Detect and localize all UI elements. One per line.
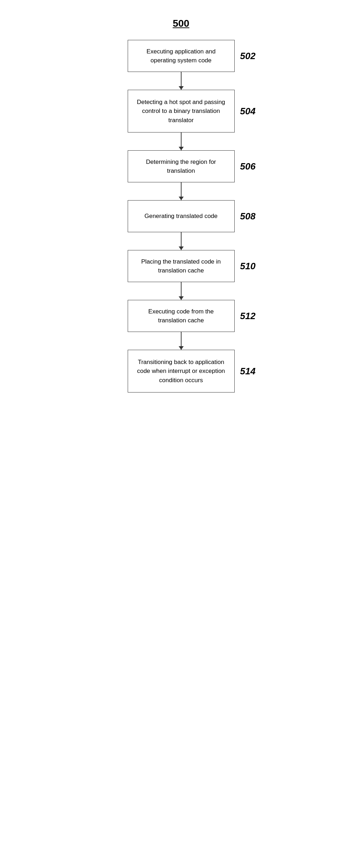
step-label-504: 504 xyxy=(240,104,255,118)
step-label-506: 506 xyxy=(240,160,255,173)
step-label-514: 514 xyxy=(240,364,255,378)
arrow-4 xyxy=(181,232,182,250)
flowchart-container: 500 Executing application and operating … xyxy=(92,7,270,393)
step-row-506: Determining the region for translation 5… xyxy=(92,150,270,182)
step-box-514: Transitioning back to application code w… xyxy=(128,350,235,393)
step-row-502: Executing application and operating syst… xyxy=(92,40,270,72)
step-row-508: Generating translated code 508 xyxy=(92,200,270,232)
arrow-5 xyxy=(181,282,182,300)
arrow-2 xyxy=(181,132,182,150)
arrow-1 xyxy=(181,72,182,90)
diagram-title: 500 xyxy=(173,18,189,29)
step-label-508: 508 xyxy=(240,209,255,223)
step-text-508: Generating translated code xyxy=(144,212,218,221)
step-text-506: Determining the region for translation xyxy=(135,157,227,176)
step-text-504: Detecting a hot spot and passing control… xyxy=(135,98,227,125)
step-label-512: 512 xyxy=(240,309,255,323)
step-row-514: Transitioning back to application code w… xyxy=(92,350,270,393)
arrow-3 xyxy=(181,182,182,200)
step-box-508: Generating translated code 508 xyxy=(128,200,235,232)
step-text-510: Placing the translated code in translati… xyxy=(135,257,227,275)
step-label-510: 510 xyxy=(240,259,255,273)
step-box-512: Executing code from the translation cach… xyxy=(128,300,235,332)
step-text-514: Transitioning back to application code w… xyxy=(135,358,227,385)
step-box-510: Placing the translated code in translati… xyxy=(128,250,235,282)
step-text-512: Executing code from the translation cach… xyxy=(135,307,227,325)
step-row-504: Detecting a hot spot and passing control… xyxy=(92,90,270,132)
arrow-6 xyxy=(181,332,182,350)
step-row-512: Executing code from the translation cach… xyxy=(92,300,270,332)
step-label-502: 502 xyxy=(240,49,255,63)
step-box-504: Detecting a hot spot and passing control… xyxy=(128,90,235,132)
steps-wrapper: Executing application and operating syst… xyxy=(92,40,270,393)
step-box-502: Executing application and operating syst… xyxy=(128,40,235,72)
step-text-502: Executing application and operating syst… xyxy=(135,47,227,65)
step-row-510: Placing the translated code in translati… xyxy=(92,250,270,282)
step-box-506: Determining the region for translation 5… xyxy=(128,150,235,182)
